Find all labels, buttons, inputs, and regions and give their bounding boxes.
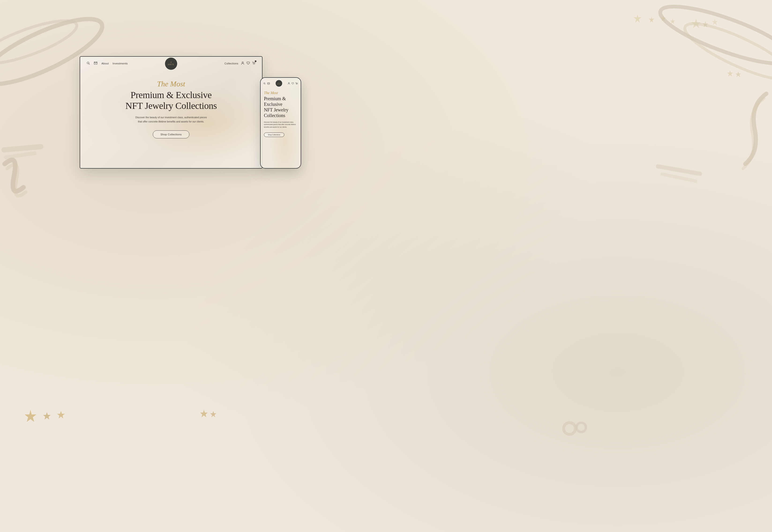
nav-left: About Investments xyxy=(87,62,128,66)
hero-sub-text: Discover the beauty of our investment cl… xyxy=(133,115,209,124)
svg-marker-7 xyxy=(727,70,733,77)
svg-marker-12 xyxy=(200,410,208,417)
svg-point-27 xyxy=(289,82,290,83)
svg-marker-9 xyxy=(25,410,36,422)
mobile-hero: The Most Premium & Exclusive NFT Jewelry… xyxy=(261,88,301,137)
heart-icon[interactable] xyxy=(247,61,250,66)
svg-marker-5 xyxy=(702,21,709,27)
mobile-logo[interactable]: ✦ ARTE xyxy=(276,80,282,87)
desktop-mockup: About Investments ✦ ARTE Collections xyxy=(80,56,263,169)
svg-rect-16 xyxy=(656,164,702,176)
svg-marker-13 xyxy=(210,411,216,417)
svg-marker-10 xyxy=(43,412,51,420)
mobile-mail-icon[interactable] xyxy=(268,81,270,85)
svg-point-28 xyxy=(296,84,297,85)
svg-point-31 xyxy=(576,423,586,432)
mobile-nav-right xyxy=(288,81,298,85)
mobile-mockup: ✦ ARTE xyxy=(260,77,301,169)
desktop-navbar: About Investments ✦ ARTE Collections xyxy=(80,57,262,70)
mobile-search-icon[interactable] xyxy=(264,81,266,85)
cart-badge xyxy=(255,60,257,62)
svg-marker-11 xyxy=(57,411,65,418)
svg-rect-14 xyxy=(1,144,44,153)
scene-container: About Investments ✦ ARTE Collections xyxy=(80,56,301,169)
mobile-shop-collections-button[interactable]: Shop Collections xyxy=(264,133,284,137)
hero-heading-line1: Premium & Exclusive xyxy=(130,90,212,100)
mail-icon[interactable] xyxy=(94,62,97,65)
mobile-cart-icon[interactable] xyxy=(296,81,298,85)
search-icon[interactable] xyxy=(87,62,90,66)
nav-icons-right xyxy=(241,61,256,66)
nav-about[interactable]: About xyxy=(101,62,109,65)
svg-point-22 xyxy=(253,64,254,64)
svg-point-3 xyxy=(679,14,772,89)
hero-script-title: The Most xyxy=(94,80,248,88)
svg-point-21 xyxy=(242,62,244,63)
hero-main-heading: Premium & Exclusive NFT Jewelry Collecti… xyxy=(94,90,248,111)
mobile-user-icon[interactable] xyxy=(288,81,290,85)
mobile-navbar: ✦ ARTE xyxy=(261,78,301,88)
shop-collections-button[interactable]: Shop Collections xyxy=(153,130,189,138)
hero-heading-line2: NFT Jewelry Collections xyxy=(125,100,217,111)
user-icon[interactable] xyxy=(241,61,244,66)
svg-marker-6 xyxy=(712,19,718,25)
svg-point-29 xyxy=(297,84,297,85)
nav-right: Collections xyxy=(225,61,256,66)
svg-marker-4 xyxy=(691,19,701,28)
svg-rect-15 xyxy=(4,151,37,159)
logo-circle[interactable]: ✦ ARTE xyxy=(165,58,177,70)
svg-point-2 xyxy=(655,0,772,74)
nav-links: About Investments xyxy=(101,62,128,65)
mobile-main-heading: Premium & Exclusive NFT Jewelry Collecti… xyxy=(264,96,297,118)
svg-line-25 xyxy=(265,84,265,84)
cart-icon[interactable] xyxy=(252,61,256,66)
svg-point-23 xyxy=(254,64,255,64)
logo-text: ✦ ARTE xyxy=(168,61,174,66)
nav-collections[interactable]: Collections xyxy=(225,62,238,65)
svg-line-19 xyxy=(89,63,90,64)
svg-point-30 xyxy=(563,423,575,434)
mobile-logo-text: ✦ ARTE xyxy=(277,82,281,85)
svg-rect-17 xyxy=(660,172,698,183)
mobile-script-title: The Most xyxy=(264,91,297,95)
nav-right-links: Collections xyxy=(225,62,238,65)
mobile-heart-icon[interactable] xyxy=(292,81,294,85)
nav-investments[interactable]: Investments xyxy=(112,62,128,65)
mobile-sub-text: Discover the beauty of our investment cl… xyxy=(264,121,297,128)
desktop-hero: The Most Premium & Exclusive NFT Jewelry… xyxy=(80,70,262,138)
svg-marker-8 xyxy=(735,71,741,77)
mobile-nav-left xyxy=(264,81,270,85)
svg-point-1 xyxy=(0,12,81,72)
